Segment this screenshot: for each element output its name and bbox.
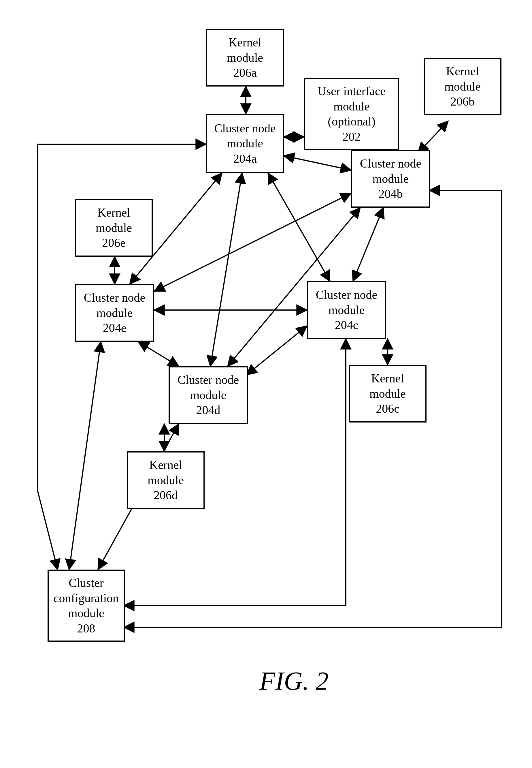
label: Cluster node	[360, 156, 421, 171]
label: User interface	[318, 84, 386, 99]
label: module	[333, 99, 370, 114]
label: Cluster node	[84, 290, 145, 305]
label: module	[97, 305, 133, 321]
label: configuration	[54, 591, 119, 606]
user-interface-module: User interface module (optional) 202	[304, 78, 399, 150]
label: module	[148, 473, 184, 488]
label: Kernel	[229, 35, 261, 50]
label: module	[68, 606, 104, 621]
label: 206a	[233, 65, 257, 80]
label: 206b	[450, 94, 475, 109]
label: module	[373, 171, 409, 187]
label: module	[444, 79, 481, 94]
label: Kernel	[97, 205, 130, 220]
label: 204a	[233, 151, 257, 166]
label: Cluster node	[178, 372, 239, 388]
svg-line-8	[210, 173, 242, 366]
svg-line-6	[284, 156, 351, 170]
label: Cluster node	[214, 121, 276, 136]
label: module	[96, 220, 132, 236]
label: 204d	[196, 403, 220, 418]
label: 206d	[154, 488, 178, 503]
kernel-module-c: Kernel module 206c	[349, 365, 427, 423]
label: 204e	[103, 320, 127, 336]
svg-line-10	[353, 208, 383, 281]
label: 204b	[379, 186, 403, 202]
label: Cluster node	[316, 287, 377, 302]
cluster-node-a: Cluster node module 204a	[206, 114, 284, 173]
cluster-node-e: Cluster node module 204e	[75, 284, 154, 342]
label: 202	[343, 129, 361, 144]
kernel-module-b: Kernel module 206b	[424, 58, 501, 115]
kernel-module-d: Kernel module 206d	[127, 451, 205, 509]
diagram-canvas: Kernel module 206a User interface module…	[0, 0, 532, 768]
svg-line-16	[69, 342, 101, 570]
label: 204c	[335, 317, 359, 333]
cluster-node-b: Cluster node module 204b	[351, 150, 430, 208]
cluster-configuration-module: Cluster configuration module 208	[48, 570, 125, 642]
label: Kernel	[371, 371, 404, 386]
label: module	[190, 388, 227, 403]
label: 206e	[102, 235, 126, 251]
svg-line-7	[268, 173, 330, 281]
label: (optional)	[328, 114, 376, 129]
cluster-node-d: Cluster node module 204d	[169, 366, 248, 424]
svg-line-12	[154, 193, 351, 291]
cluster-node-c: Cluster node module 204c	[307, 281, 386, 339]
label: module	[227, 136, 263, 151]
label: 208	[77, 621, 95, 636]
kernel-module-e: Kernel module 206e	[75, 199, 153, 257]
label: 206c	[376, 401, 399, 417]
kernel-module-a: Kernel module 206a	[206, 29, 284, 86]
label: Cluster	[69, 575, 103, 591]
svg-line-15	[138, 342, 179, 366]
label: module	[227, 50, 263, 65]
label: Kernel	[446, 64, 479, 79]
figure-caption: FIG. 2	[259, 666, 329, 696]
label: module	[329, 302, 365, 318]
label: Kernel	[149, 458, 182, 473]
svg-line-1	[418, 121, 448, 153]
label: module	[369, 386, 406, 402]
